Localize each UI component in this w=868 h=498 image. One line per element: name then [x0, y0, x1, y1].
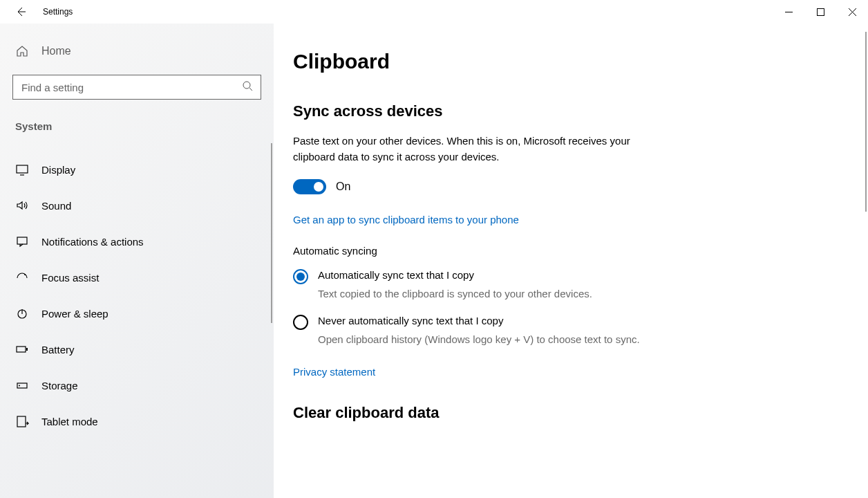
- maximize-button[interactable]: [804, 0, 836, 24]
- back-icon[interactable]: [14, 5, 28, 19]
- page-title: Clipboard: [293, 50, 849, 73]
- home-icon: [15, 44, 29, 58]
- svg-rect-6: [17, 347, 26, 352]
- radio-auto-sync-desc: Text copied to the clipboard is synced t…: [318, 288, 592, 299]
- main-scrollbar[interactable]: [865, 32, 867, 212]
- storage-icon: [15, 378, 29, 392]
- radio-auto-sync-label: Automatically sync text that I copy: [318, 269, 592, 281]
- nav-item-battery[interactable]: Battery: [0, 331, 274, 367]
- home-nav[interactable]: Home: [0, 24, 274, 58]
- nav-item-label: Display: [41, 164, 75, 176]
- svg-point-9: [19, 385, 20, 387]
- nav-item-notifications[interactable]: Notifications & actions: [0, 223, 274, 259]
- sidebar: Home System Display Sound Notifications …: [0, 24, 274, 498]
- svg-rect-2: [17, 165, 28, 173]
- nav-item-power[interactable]: Power & sleep: [0, 295, 274, 331]
- sidebar-scrollbar[interactable]: [271, 143, 272, 323]
- svg-rect-7: [26, 348, 28, 351]
- sound-icon: [15, 199, 29, 212]
- radio-auto-sync[interactable]: [293, 269, 308, 284]
- home-label: Home: [41, 45, 71, 57]
- sync-toggle[interactable]: [293, 179, 326, 194]
- category-heading: System: [0, 100, 274, 135]
- nav-item-label: Focus assist: [41, 272, 99, 284]
- window-title: Settings: [43, 7, 73, 17]
- main-content: Clipboard Sync across devices Paste text…: [274, 24, 868, 498]
- display-icon: [15, 163, 29, 176]
- nav-item-focus-assist[interactable]: Focus assist: [0, 259, 274, 295]
- notifications-icon: [15, 234, 29, 248]
- nav-item-tablet-mode[interactable]: Tablet mode: [0, 403, 274, 439]
- sync-description: Paste text on your other devices. When t…: [293, 133, 652, 165]
- svg-rect-10: [17, 416, 26, 427]
- nav-item-label: Battery: [41, 344, 75, 356]
- search-icon: [242, 80, 253, 91]
- radio-never-sync[interactable]: [293, 315, 308, 330]
- nav-list: Display Sound Notifications & actions Fo…: [0, 135, 274, 439]
- tablet-icon: [15, 414, 29, 428]
- battery-icon: [15, 342, 29, 356]
- nav-item-sound[interactable]: Sound: [0, 187, 274, 223]
- privacy-link[interactable]: Privacy statement: [293, 366, 375, 378]
- close-button[interactable]: [836, 0, 868, 24]
- auto-sync-subheading: Automatic syncing: [293, 245, 849, 257]
- svg-point-4: [24, 274, 26, 275]
- nav-item-label: Notifications & actions: [41, 236, 144, 248]
- nav-item-label: Tablet mode: [41, 416, 98, 427]
- sync-heading: Sync across devices: [293, 102, 849, 120]
- search-input[interactable]: [12, 75, 261, 100]
- svg-rect-3: [17, 237, 27, 244]
- clear-heading: Clear clipboard data: [293, 404, 849, 422]
- nav-item-storage[interactable]: Storage: [0, 367, 274, 403]
- radio-never-sync-desc: Open clipboard history (Windows logo key…: [318, 333, 640, 345]
- svg-point-1: [243, 82, 250, 89]
- sync-toggle-state: On: [336, 181, 350, 193]
- get-app-link[interactable]: Get an app to sync clipboard items to yo…: [293, 214, 519, 225]
- power-icon: [15, 306, 29, 320]
- nav-item-display[interactable]: Display: [0, 151, 274, 187]
- nav-item-label: Power & sleep: [41, 308, 108, 320]
- focus-assist-icon: [15, 270, 29, 284]
- svg-rect-0: [817, 8, 824, 15]
- nav-item-label: Sound: [41, 200, 71, 212]
- nav-item-label: Storage: [41, 380, 78, 391]
- radio-never-sync-label: Never automatically sync text that I cop…: [318, 315, 640, 326]
- minimize-button[interactable]: [773, 0, 804, 24]
